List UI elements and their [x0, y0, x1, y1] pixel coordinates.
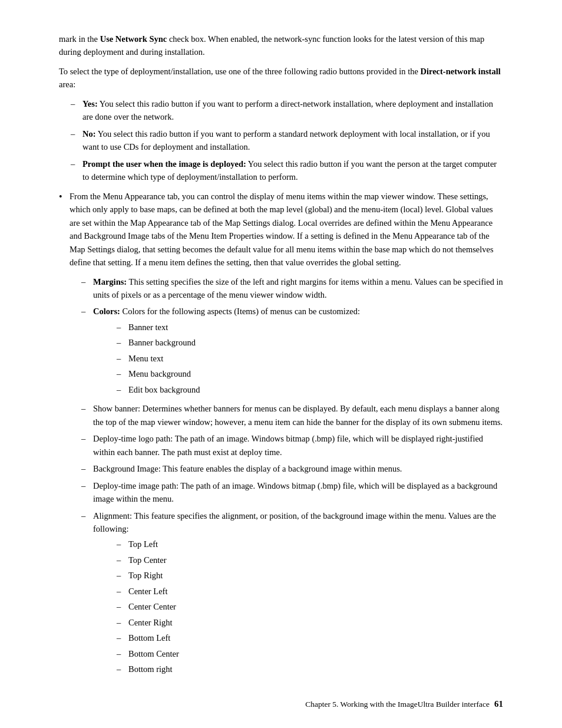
color-item: –Banner background: [93, 336, 503, 349]
menu-appearance-bullet: • From the Menu Appearance tab, you can …: [59, 190, 503, 682]
radio-yes-text: You select this radio button if you want…: [82, 99, 493, 121]
alignment-value-item: –Bottom right: [93, 663, 503, 676]
deploy-logo-content: Deploy-time logo path: The path of an im…: [93, 432, 503, 459]
radio-prompt-content: Prompt the user when the image is deploy…: [82, 157, 503, 184]
alignment-value-item: –Center Right: [93, 616, 503, 629]
alignment-value-label: Top Center: [128, 554, 503, 566]
alignment-value-label: Bottom Center: [128, 647, 503, 660]
dash-deploy-image: –: [81, 479, 93, 492]
alignment-value-label: Bottom Left: [128, 631, 503, 644]
alignment-value-dash: –: [117, 554, 128, 566]
color-item-dash: –: [117, 383, 128, 396]
radio-no-item: – No: You select this radio button if yo…: [59, 127, 503, 154]
color-item-label: Menu text: [128, 352, 503, 365]
colors-label: Colors:: [93, 307, 120, 316]
radio-no-content: No: You select this radio button if you …: [82, 127, 503, 154]
bullet-dot: •: [59, 190, 70, 205]
background-image-content: Background Image: This feature enables t…: [93, 462, 503, 475]
color-item-label: Edit box background: [128, 383, 503, 396]
dash-margins: –: [81, 275, 93, 288]
deploy-image-item: – Deploy-time image path: The path of an…: [70, 479, 503, 506]
footer-page-number: 61: [494, 697, 503, 711]
dash-background-image: –: [81, 462, 93, 475]
main-bullet-list: • From the Menu Appearance tab, you can …: [59, 190, 503, 682]
radio-yes-label: Yes:: [82, 99, 98, 108]
menu-appearance-content: From the Menu Appearance tab, you can co…: [70, 190, 503, 682]
dash-alignment: –: [81, 509, 93, 522]
alignment-value-dash: –: [117, 631, 128, 644]
intro-para-1: mark in the Use Network Sync check box. …: [59, 32, 503, 59]
alignment-value-label: Center Left: [128, 585, 503, 598]
margins-item: – Margins: This setting specifies the si…: [70, 275, 503, 302]
color-item-dash: –: [117, 321, 128, 334]
radio-prompt-label: Prompt the user when the image is deploy…: [82, 159, 246, 169]
alignment-value-label: Bottom right: [128, 663, 503, 676]
footer-chapter-text: Chapter 5. Working with the ImageUltra B…: [305, 699, 490, 711]
margins-text: This setting specifies the size of the l…: [93, 277, 503, 299]
alignment-value-item: –Top Right: [93, 569, 503, 582]
show-banner-item: – Show banner: Determines whether banner…: [70, 402, 503, 429]
deploy-image-content: Deploy-time image path: The path of an i…: [93, 479, 503, 506]
intro-text-1a: mark in the: [59, 34, 100, 44]
radio-prompt-item: – Prompt the user when the image is depl…: [59, 157, 503, 184]
colors-text: Colors for the following aspects (Items)…: [120, 307, 360, 316]
alignment-value-item: –Bottom Center: [93, 647, 503, 660]
color-item: –Banner text: [93, 321, 503, 334]
alignment-value-item: –Center Center: [93, 600, 503, 613]
colors-content: Colors: Colors for the following aspects…: [93, 305, 503, 398]
radio-yes-item: – Yes: You select this radio button if y…: [59, 97, 503, 124]
alignment-value-dash: –: [117, 569, 128, 582]
color-item-label: Menu background: [128, 367, 503, 380]
alignment-value-dash: –: [117, 585, 128, 598]
alignment-value-item: –Bottom Left: [93, 631, 503, 644]
page-footer: Chapter 5. Working with the ImageUltra B…: [305, 697, 503, 711]
alignment-value-label: Center Center: [128, 600, 503, 613]
color-item-dash: –: [117, 352, 128, 365]
alignment-value-item: –Center Left: [93, 585, 503, 598]
use-network-sync-label: Use Network Sync: [100, 34, 167, 44]
page-content: mark in the Use Network Sync check box. …: [59, 32, 503, 682]
direct-network-install-label: Direct-network install: [420, 67, 500, 76]
alignment-content: Alignment: This feature specifies the al…: [93, 509, 503, 678]
dash-show-banner: –: [81, 402, 93, 415]
alignment-value-label: Top Left: [128, 538, 503, 551]
color-item-dash: –: [117, 336, 128, 349]
color-item: –Edit box background: [93, 383, 503, 396]
alignment-value-dash: –: [117, 616, 128, 629]
color-item-dash: –: [117, 367, 128, 380]
alignment-value-item: –Top Left: [93, 538, 503, 551]
alignment-value-item: –Top Center: [93, 554, 503, 566]
intro-para-2: To select the type of deployment/install…: [59, 65, 503, 91]
intro-text-2b: area:: [59, 80, 75, 89]
dash-yes: –: [71, 97, 82, 110]
dash-no: –: [71, 127, 82, 140]
color-item-label: Banner background: [128, 336, 503, 349]
deploy-logo-item: – Deploy-time logo path: The path of an …: [70, 432, 503, 459]
alignment-value-label: Top Right: [128, 569, 503, 582]
dash-prompt: –: [71, 157, 82, 170]
alignment-value-dash: –: [117, 647, 128, 660]
radio-no-text: You select this radio button if you want…: [82, 129, 490, 151]
color-item-label: Banner text: [128, 321, 503, 334]
alignment-values-list: –Top Left–Top Center–Top Right–Center Le…: [93, 538, 503, 676]
color-item: –Menu background: [93, 367, 503, 380]
intro-text-2a: To select the type of deployment/install…: [59, 67, 420, 76]
dash-colors: –: [81, 305, 93, 318]
alignment-value-dash: –: [117, 663, 128, 676]
margins-content: Margins: This setting specifies the size…: [93, 275, 503, 302]
alignment-value-label: Center Right: [128, 616, 503, 629]
show-banner-content: Show banner: Determines whether banners …: [93, 402, 503, 429]
alignment-text: Alignment: This feature specifies the al…: [93, 511, 496, 533]
colors-item: – Colors: Colors for the following aspec…: [70, 305, 503, 398]
radio-no-label: No:: [82, 129, 96, 139]
color-items-list: –Banner text–Banner background–Menu text…: [93, 321, 503, 396]
alignment-value-dash: –: [117, 538, 128, 551]
menu-appearance-sub-list: – Margins: This setting specifies the si…: [70, 275, 503, 678]
radio-yes-content: Yes: You select this radio button if you…: [82, 97, 503, 124]
alignment-item: – Alignment: This feature specifies the …: [70, 509, 503, 678]
background-image-item: – Background Image: This feature enables…: [70, 462, 503, 475]
color-item: –Menu text: [93, 352, 503, 365]
radio-button-list: – Yes: You select this radio button if y…: [59, 97, 503, 184]
dash-deploy-logo: –: [81, 432, 93, 445]
page: mark in the Use Network Sync check box. …: [0, 0, 562, 728]
